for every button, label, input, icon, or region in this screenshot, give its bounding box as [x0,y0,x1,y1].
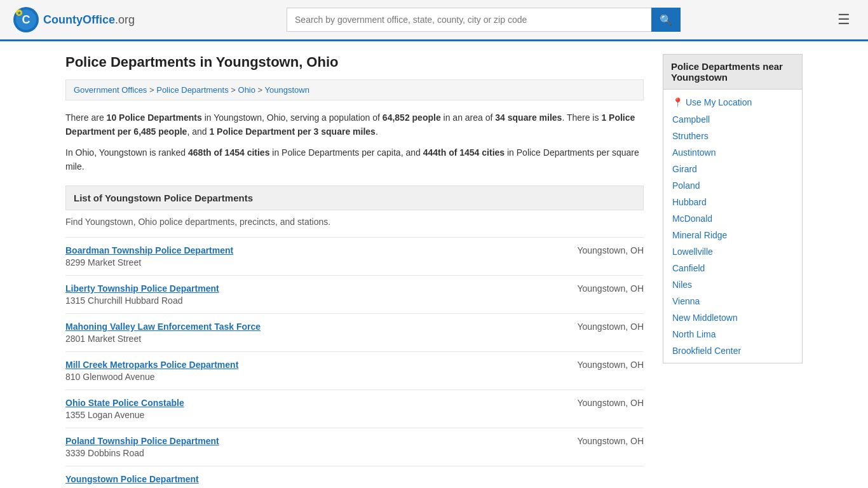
sidebar-link-lowellville[interactable]: Lowellville [672,247,713,257]
breadcrumb-sep-3: > [258,85,265,95]
dept-name-link[interactable]: Boardman Township Police Department [65,245,233,255]
sidebar-link-campbell[interactable]: Campbell [672,114,710,125]
list-header: List of Youngstown Police Departments [65,186,644,210]
dept-info: Youngstown Police Department [65,474,199,486]
use-my-location-link[interactable]: Use My Location [686,97,752,107]
intro-text: There are 10 Police Departments in Young… [65,111,644,139]
ranked-text: In Ohio, Youngstown is ranked 468th of 1… [65,146,644,174]
table-row: Boardman Township Police Department 8299… [65,237,644,275]
dept-address: 8299 Market Street [65,257,141,268]
dept-city: Youngstown, OH [567,360,644,370]
dept-address: 3339 Dobbins Road [65,448,144,458]
list-item: Vienna [663,293,802,309]
breadcrumb-link-youngstown[interactable]: Youngstown [265,85,309,95]
breadcrumb-sep-1: > [149,85,156,95]
main-container: Police Departments in Youngstown, Ohio G… [53,41,815,488]
sidebar-link-north-lima[interactable]: North Lima [672,329,715,339]
list-item: Austintown [663,144,802,161]
sidebar: Police Departments near Youngstown 📍 Use… [663,54,803,488]
sidebar-link-austintown[interactable]: Austintown [672,147,715,158]
list-item: Hubbard [663,194,802,210]
dept-city: Youngstown, OH [567,398,644,408]
sidebar-link-brookfield-center[interactable]: Brookfield Center [672,346,741,356]
dept-info: Boardman Township Police Department 8299… [65,245,233,268]
breadcrumb: Government Offices > Police Departments … [65,79,644,100]
menu-button[interactable]: ☰ [832,9,855,30]
sidebar-link-canfield[interactable]: Canfield [672,263,705,273]
ranked-area: 444th of 1454 cities [423,147,505,158]
dept-info: Ohio State Police Constable 1355 Logan A… [65,398,184,420]
dept-address: 2801 Market Street [65,334,141,344]
sidebar-link-poland[interactable]: Poland [672,180,700,191]
breadcrumb-link-ohio[interactable]: Ohio [238,85,255,95]
dept-city: Youngstown, OH [567,283,644,294]
sidebar-link-niles[interactable]: Niles [672,280,692,290]
list-item: New Middletown [663,309,802,326]
location-pin-icon: 📍 [672,97,683,107]
table-row: Poland Township Police Department 3339 D… [65,428,644,466]
dept-address: 1315 Churchill Hubbard Road [65,295,182,306]
page-title: Police Departments in Youngstown, Ohio [65,54,644,71]
dept-list: Boardman Township Police Department 8299… [65,237,644,488]
ranked-capita: 468th of 1454 cities [188,147,269,158]
list-item: Struthers [663,128,802,144]
sidebar-link-mcdonald[interactable]: McDonald [672,214,712,224]
list-item: Campbell [663,111,802,128]
list-item: Canfield [663,260,802,276]
dept-count: 10 Police Departments [107,112,202,123]
list-item: Niles [663,276,802,293]
svg-text:★: ★ [17,11,22,15]
list-item: Brookfield Center [663,342,802,359]
dept-city: Youngstown, OH [567,436,644,446]
list-item: Lowellville [663,243,802,260]
content: Police Departments in Youngstown, Ohio G… [65,54,644,488]
svg-text:C: C [22,13,31,26]
list-item: McDonald [663,210,802,227]
sidebar-list: 📍 Use My Location Campbell Struthers Aus… [663,90,803,363]
list-sub: Find Youngstown, Ohio police departments… [65,217,644,227]
list-item: Poland [663,177,802,194]
table-row: Mahoning Valley Law Enforcement Task For… [65,313,644,351]
dept-name-link[interactable]: Ohio State Police Constable [65,398,184,408]
search-button[interactable]: 🔍 [651,8,681,32]
table-row: Mill Creek Metroparks Police Department … [65,351,644,390]
population: 64,852 people [383,112,441,123]
dept-name-link[interactable]: Liberty Township Police Department [65,283,219,294]
breadcrumb-sep-2: > [231,85,238,95]
sidebar-link-new-middletown[interactable]: New Middletown [672,313,738,323]
dept-address: 1355 Logan Avenue [65,410,144,420]
sidebar-link-struthers[interactable]: Struthers [672,131,709,141]
logo-text: CountyOffice.org [43,13,135,27]
list-item: Girard [663,161,802,177]
sidebar-link-vienna[interactable]: Vienna [672,296,700,306]
dept-name-link[interactable]: Poland Township Police Department [65,436,219,446]
list-item: North Lima [663,326,802,342]
sidebar-link-hubbard[interactable]: Hubbard [672,197,707,207]
table-row: Liberty Township Police Department 1315 … [65,275,644,313]
dept-city: Youngstown, OH [567,322,644,332]
dept-name-link[interactable]: Mill Creek Metroparks Police Department [65,360,238,370]
sidebar-link-mineral-ridge[interactable]: Mineral Ridge [672,230,727,240]
logo-icon: C ★ [13,6,39,33]
dept-info: Mahoning Valley Law Enforcement Task For… [65,322,261,344]
hamburger-icon: ☰ [837,11,850,27]
search-input[interactable] [287,8,651,32]
breadcrumb-link-police[interactable]: Police Departments [156,85,228,95]
sidebar-location: 📍 Use My Location [663,93,802,111]
dept-address: 810 Glenwood Avenue [65,372,155,382]
breadcrumb-link-gov[interactable]: Government Offices [74,85,147,95]
dept-city: Youngstown, OH [567,245,644,255]
table-row: Ohio State Police Constable 1355 Logan A… [65,390,644,428]
list-item: Mineral Ridge [663,227,802,243]
dept-name-link[interactable]: Youngstown Police Department [65,474,199,484]
table-row: Youngstown Police Department [65,466,644,488]
header: C ★ CountyOffice.org 🔍 ☰ [0,0,868,41]
sidebar-title: Police Departments near Youngstown [663,54,803,90]
sidebar-link-girard[interactable]: Girard [672,164,697,174]
dept-name-link[interactable]: Mahoning Valley Law Enforcement Task For… [65,322,261,332]
dept-info: Poland Township Police Department 3339 D… [65,436,219,458]
per-sqmile: 1 Police Department per 3 square miles [209,126,375,137]
search-icon: 🔍 [660,15,672,25]
dept-info: Mill Creek Metroparks Police Department … [65,360,238,382]
dept-info: Liberty Township Police Department 1315 … [65,283,219,306]
